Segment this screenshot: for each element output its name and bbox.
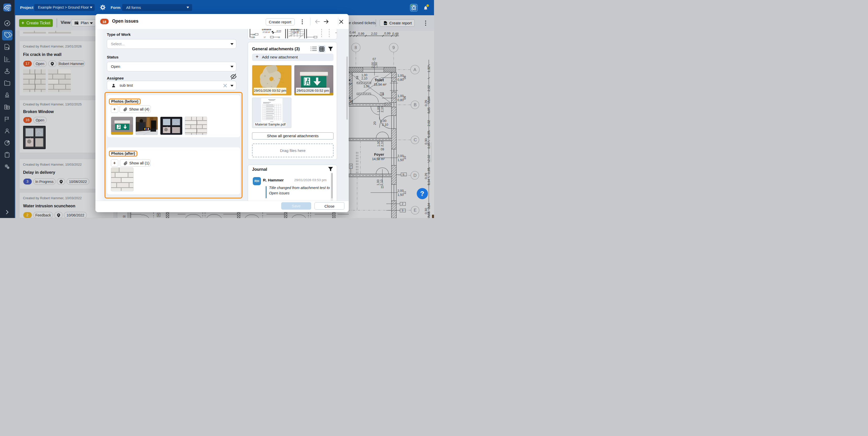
svg-text:0,29: 0,29 [424, 173, 428, 179]
svg-text:20: 20 [373, 121, 377, 125]
svg-text:2,10: 2,10 [382, 123, 388, 126]
svg-text:09: 09 [403, 96, 407, 99]
svg-text:08: 08 [403, 76, 407, 79]
svg-text:C: C [414, 138, 417, 142]
svg-text:18: 18 [278, 36, 280, 38]
svg-text:17: 17 [264, 36, 266, 38]
svg-text:A: A [413, 67, 416, 72]
svg-text:1,50: 1,50 [398, 193, 404, 197]
svg-text:11: 11 [381, 185, 384, 189]
svg-text:B: B [414, 103, 416, 107]
svg-text:e: e [349, 78, 350, 82]
svg-text:1,00: 1,00 [364, 85, 370, 88]
svg-text:00: 00 [123, 215, 126, 218]
svg-text:27,63 m²: 27,63 m² [263, 31, 270, 33]
svg-text:0,44: 0,44 [349, 31, 355, 34]
svg-text:2,02: 2,02 [427, 85, 431, 91]
svg-text:1,32: 1,32 [427, 66, 431, 72]
svg-text:2,10: 2,10 [380, 106, 384, 112]
svg-text:1,00: 1,00 [251, 34, 255, 35]
svg-text:7: 7 [350, 165, 352, 168]
svg-text:1,00: 1,00 [376, 179, 380, 185]
svg-text:0,80: 0,80 [398, 78, 404, 82]
svg-text:0,48: 0,48 [392, 32, 399, 35]
svg-text:Entrance: Entrance [262, 29, 271, 31]
svg-text:15,52 m²: 15,52 m² [291, 31, 299, 33]
svg-text:0,68: 0,68 [427, 212, 431, 218]
svg-text:m²: m² [349, 82, 352, 85]
svg-text:0,85: 0,85 [427, 143, 431, 149]
svg-text:Stairway: Stairway [290, 29, 300, 31]
svg-text:07: 07 [373, 57, 376, 61]
svg-text:,10: ,10 [349, 100, 353, 104]
svg-text:9: 9 [403, 173, 404, 176]
svg-text:11: 11 [403, 191, 407, 194]
svg-text:2,10: 2,10 [380, 179, 383, 185]
svg-text:0,80: 0,80 [398, 98, 404, 102]
svg-text:1,00: 1,00 [398, 74, 404, 78]
svg-text:8: 8 [158, 214, 159, 216]
svg-text:9: 9 [392, 45, 395, 50]
svg-text:0,85: 0,85 [427, 108, 431, 114]
svg-text:1,50: 1,50 [374, 62, 378, 68]
svg-text:2,00: 2,00 [371, 62, 375, 68]
svg-text:2,10: 2,10 [362, 77, 368, 80]
svg-text:E: E [414, 208, 416, 213]
svg-text:±0.00: ±0.00 [276, 30, 281, 32]
svg-text:Toilet: Toilet [375, 78, 384, 82]
svg-text:1,00: 1,00 [380, 119, 386, 123]
svg-text:1,00: 1,00 [398, 94, 404, 98]
svg-text:2,10: 2,10 [380, 141, 384, 147]
svg-text:8: 8 [354, 45, 357, 50]
svg-text:2: 2 [402, 202, 403, 205]
svg-text:0,84: 0,84 [427, 179, 431, 185]
svg-text:9: 9 [402, 209, 403, 212]
svg-text:1,00: 1,00 [362, 74, 368, 77]
svg-text:2,00: 2,00 [398, 154, 404, 158]
svg-text:D: D [413, 173, 416, 178]
svg-text:2,02: 2,02 [371, 32, 377, 35]
svg-text:15,54 m²: 15,54 m² [374, 83, 386, 86]
svg-text:1,00: 1,00 [377, 106, 380, 112]
svg-text:04: 04 [355, 76, 359, 79]
svg-text:1,50: 1,50 [398, 158, 404, 162]
svg-text:2,02: 2,02 [427, 120, 431, 126]
svg-text:0,85: 0,85 [427, 132, 431, 138]
svg-text:2,02: 2,02 [427, 155, 431, 161]
svg-text:2,00: 2,00 [398, 189, 404, 193]
svg-text:1,00: 1,00 [251, 36, 255, 38]
svg-text:Foyer: Foyer [374, 152, 384, 156]
svg-text:0,99: 0,99 [358, 32, 364, 35]
svg-text:10: 10 [403, 156, 407, 159]
svg-text:06: 06 [381, 93, 384, 95]
svg-text:PDF: PDF [384, 23, 387, 24]
svg-text:0,29: 0,29 [424, 100, 428, 106]
svg-text:09: 09 [381, 148, 384, 151]
svg-text:B: B [349, 96, 351, 100]
svg-text:0,99: 0,99 [384, 32, 390, 35]
svg-text:1,00: 1,00 [377, 141, 380, 147]
